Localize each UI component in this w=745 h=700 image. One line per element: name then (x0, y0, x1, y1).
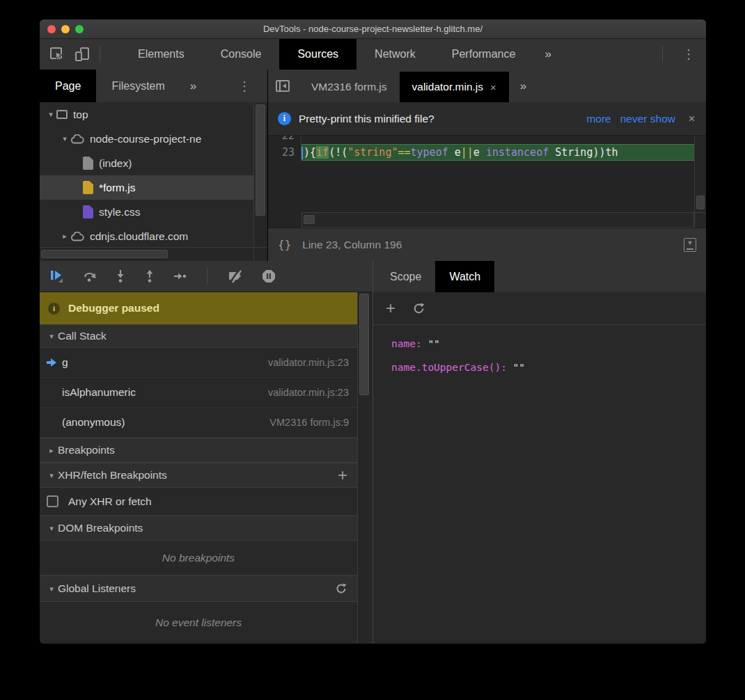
debugger-pane: i Debugger paused ▾ Call Stack (40, 261, 373, 644)
panel-tabs: Elements Console Sources Network Perform… (120, 39, 533, 70)
step-into-button[interactable] (115, 269, 126, 283)
line-number[interactable]: 23 (268, 144, 301, 161)
infobar-close-icon[interactable]: × (689, 113, 695, 125)
close-tab-icon[interactable]: × (490, 81, 496, 93)
deactivate-breakpoints-button[interactable] (227, 269, 244, 283)
close-window-button[interactable] (47, 25, 56, 33)
section-expand-icon: ▾ (45, 471, 58, 480)
tree-label: style.css (99, 206, 140, 218)
section-title: Global Listeners (58, 582, 136, 595)
paused-message: Debugger paused (68, 302, 159, 315)
tree-item-cdnjs[interactable]: ▸ cdnjs.cloudflare.com (40, 224, 253, 247)
watch-expression[interactable]: name.toUpperCase(): "" (391, 356, 706, 379)
frame-function: g (62, 356, 268, 369)
step-over-button[interactable] (83, 270, 97, 283)
call-stack-header[interactable]: ▾ Call Stack (40, 324, 357, 348)
expand-arrow-icon[interactable]: ▾ (45, 110, 56, 119)
step-button[interactable] (173, 271, 187, 282)
tab-filesystem[interactable]: Filesystem (96, 70, 180, 102)
tab-console[interactable]: Console (203, 39, 280, 70)
paused-info-icon: i (48, 303, 60, 315)
tree-item-origin[interactable]: ▾ node-course-project-ne (40, 127, 253, 151)
toolbar-left-icons (40, 39, 91, 70)
watch-expression[interactable]: name: "" (391, 332, 706, 356)
editor-horizontal-scrollbar[interactable] (301, 212, 694, 228)
scrollbar-thumb[interactable] (256, 104, 265, 216)
tree-item-formjs[interactable]: *form.js (40, 175, 253, 200)
tree-item-stylecss[interactable]: style.css (40, 200, 253, 224)
scrollbar-thumb[interactable] (304, 215, 315, 224)
customize-devtools-icon[interactable]: ⋮ (671, 39, 706, 70)
breakpoints-header[interactable]: ▸ Breakpoints (40, 438, 357, 463)
editor-tab-label: validator.min.js (412, 81, 484, 93)
call-stack-frame-current[interactable]: g validator.min.js:23 (40, 348, 357, 378)
watch-tabbar: Scope Watch (373, 261, 706, 292)
debugger-vertical-scrollbar[interactable] (357, 292, 372, 644)
tree-item-top[interactable]: ▾ top (40, 102, 253, 127)
any-xhr-row[interactable]: Any XHR or fetch (40, 488, 357, 516)
editor-vertical-scrollbar[interactable] (694, 136, 706, 212)
editor-tab-validator[interactable]: validator.min.js × (400, 72, 509, 102)
watch-expr-text: name: (391, 338, 422, 349)
sources-sidebar: Page Filesystem » ⋮ ▾ top ▾ (40, 70, 268, 261)
pretty-print-never-show-link[interactable]: never show (620, 113, 675, 125)
tab-watch[interactable]: Watch (435, 261, 494, 292)
code-line-23-execution-line: 23 ){if(!("string"==typeof e||e instance… (268, 144, 694, 161)
pretty-print-icon[interactable]: {} (278, 238, 291, 251)
global-listeners-empty: No event listeners (40, 602, 357, 644)
call-stack-frame[interactable]: (anonymous) VM2316 form.js:9 (40, 408, 357, 438)
global-listeners-header[interactable]: ▾ Global Listeners (40, 575, 357, 602)
expand-arrow-icon[interactable]: ▾ (59, 134, 70, 143)
pause-on-exceptions-button[interactable] (262, 269, 276, 283)
current-frame-arrow-icon (47, 358, 62, 367)
tab-page[interactable]: Page (40, 70, 96, 102)
sidebar-menu-icon[interactable]: ⋮ (227, 70, 262, 102)
info-icon: i (278, 112, 291, 125)
add-watch-expression-button[interactable]: + (386, 299, 395, 318)
tab-performance[interactable]: Performance (434, 39, 534, 70)
tab-elements[interactable]: Elements (120, 39, 203, 70)
section-title: DOM Breakpoints (58, 522, 143, 534)
sidebar-vertical-scrollbar[interactable] (253, 102, 267, 247)
code-editor-area[interactable]: 22 23 ){if(!("string"==typeof e||e insta… (268, 136, 706, 228)
dom-breakpoints-header[interactable]: ▾ DOM Breakpoints (40, 516, 357, 541)
refresh-global-listeners-icon[interactable] (335, 582, 347, 595)
collapse-arrow-icon[interactable]: ▸ (59, 232, 70, 241)
refresh-watch-icon[interactable] (412, 302, 425, 315)
step-out-button[interactable] (144, 269, 155, 283)
frame-location: validator.min.js:23 (268, 357, 349, 368)
scrollbar-thumb[interactable] (696, 196, 705, 209)
section-collapse-icon: ▸ (45, 446, 58, 455)
tab-scope[interactable]: Scope (376, 261, 435, 292)
minimize-window-button[interactable] (61, 25, 70, 33)
editor-more-tabs-chevron[interactable]: » (509, 79, 538, 93)
tree-label: node-course-project-ne (90, 133, 201, 145)
tree-item-index[interactable]: (index) (40, 151, 253, 175)
more-panels-chevron[interactable]: » (533, 39, 562, 70)
call-stack-frame[interactable]: isAlphanumeric validator.min.js:23 (40, 378, 357, 408)
window-title: DevTools - node-course-project-newslette… (263, 24, 483, 34)
scrollbar-thumb[interactable] (359, 294, 369, 395)
watch-expression-list: name: "" name.toUpperCase(): "" (373, 325, 706, 379)
tab-network[interactable]: Network (356, 39, 434, 70)
resume-script-button[interactable] (49, 269, 65, 283)
editor-tab-formjs[interactable]: VM2316 form.js (299, 72, 400, 102)
inspect-element-icon[interactable] (48, 45, 66, 63)
tab-sources[interactable]: Sources (279, 39, 356, 70)
xhr-breakpoints-header[interactable]: ▾ XHR/fetch Breakpoints + (40, 463, 357, 488)
line-number[interactable]: 22 (268, 136, 301, 144)
sidebar-more-tabs-chevron[interactable]: » (180, 70, 206, 102)
toggle-device-toolbar-icon[interactable] (73, 45, 91, 63)
devtools-window: DevTools - node-course-project-newslette… (40, 19, 706, 644)
add-xhr-breakpoint-button[interactable]: + (338, 468, 347, 482)
cloud-icon (70, 232, 84, 241)
toolbar-right-divider (662, 46, 663, 63)
sidebar-horizontal-scrollbar[interactable] (40, 247, 267, 261)
scrollbar-thumb[interactable] (41, 250, 168, 258)
pretty-print-more-link[interactable]: more (586, 113, 611, 125)
download-marker-icon: ▼ (684, 238, 696, 252)
zoom-window-button[interactable] (75, 25, 84, 33)
any-xhr-checkbox[interactable] (47, 495, 58, 507)
toggle-sidebar-icon[interactable] (275, 79, 290, 93)
dom-breakpoints-empty: No breakpoints (40, 541, 357, 575)
